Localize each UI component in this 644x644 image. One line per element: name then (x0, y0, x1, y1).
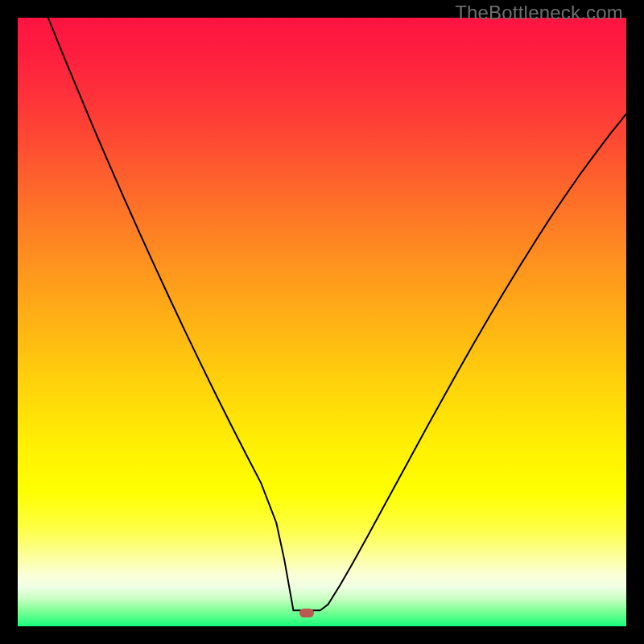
gradient-background (18, 18, 626, 626)
bottleneck-chart (18, 18, 626, 626)
chart-frame (18, 18, 626, 626)
watermark-text: TheBottleneck.com (455, 2, 623, 24)
optimum-marker (299, 609, 314, 617)
